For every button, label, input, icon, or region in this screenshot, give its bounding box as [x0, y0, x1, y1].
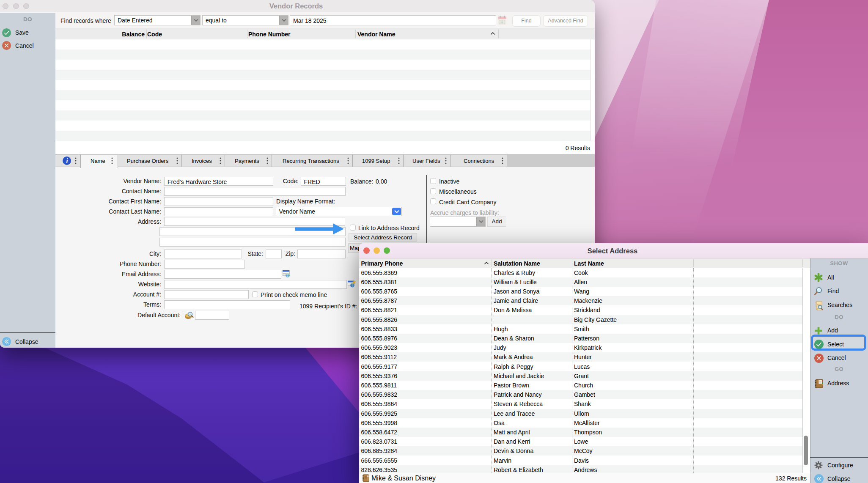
svg-text:i: i	[66, 157, 68, 165]
